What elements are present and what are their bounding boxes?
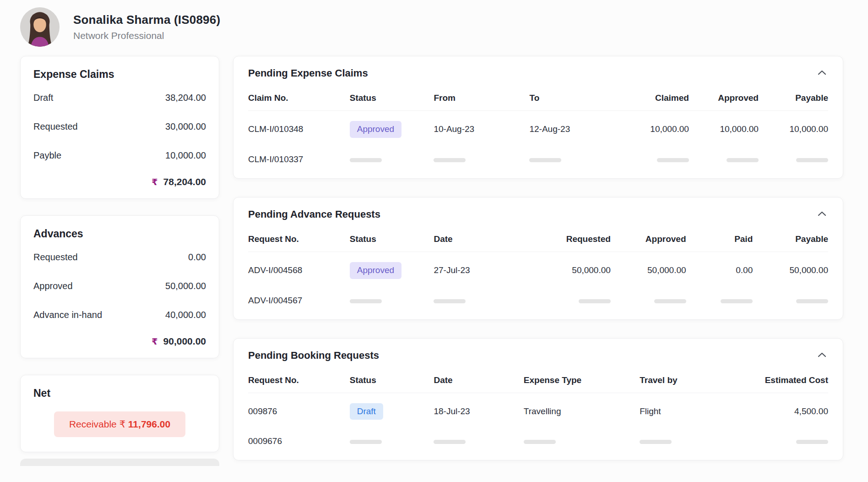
- payable-cell: 10,000.00: [759, 111, 828, 142]
- travel-by-cell: Flight: [640, 393, 735, 423]
- requested-cell: 50,000.00: [521, 252, 610, 282]
- row-value: 50,000.00: [165, 281, 206, 291]
- paid-cell: 0.00: [686, 252, 753, 282]
- column-header: Request No.: [248, 220, 350, 252]
- column-header: Approved: [611, 220, 686, 252]
- table-row[interactable]: CLM-I/010337: [248, 142, 828, 174]
- table-row[interactable]: ADV-I/004568 Approved 27-Jul-23 50,000.0…: [248, 252, 828, 282]
- paid-cell: [686, 283, 753, 315]
- status-cell: Approved: [350, 111, 434, 142]
- row-label: Advance in-hand: [33, 310, 102, 320]
- claim-no-cell[interactable]: CLM-I/010348: [248, 111, 350, 142]
- claimed-cell: [617, 142, 689, 174]
- row-value: 30,000.00: [165, 121, 206, 132]
- claim-no-cell[interactable]: CLM-I/010337: [248, 142, 350, 174]
- column-header: Payable: [759, 79, 828, 111]
- summary-row: Advance in-hand 40,000.00: [33, 310, 206, 320]
- summary-row: Requested 0.00: [33, 252, 206, 263]
- date-cell: [434, 423, 523, 455]
- profile-header: Sonalika Sharma (IS0896) Network Profess…: [20, 0, 843, 47]
- collapse-button[interactable]: [816, 67, 828, 78]
- column-header: Claim No.: [248, 79, 350, 111]
- date-cell: 18-Jul-23: [434, 393, 523, 423]
- pending-panels-column: Pending Expense Claims Claim No. Sta: [233, 56, 843, 479]
- column-header: Approved: [689, 79, 759, 111]
- card-title: Advances: [33, 228, 206, 240]
- panel-title: Pending Advance Requests: [248, 208, 380, 220]
- skeleton-placeholder: [529, 158, 561, 162]
- request-no-cell[interactable]: ADV-I/004568: [248, 252, 350, 282]
- panel-header: Pending Advance Requests: [248, 208, 828, 220]
- summary-row: Draft 38,204.00: [33, 93, 206, 103]
- booking-requests-table: Request No. Status Date Expense Type Tra…: [248, 362, 828, 456]
- table-row[interactable]: 009876 Draft 18-Jul-23 Travelling Flight…: [248, 393, 828, 423]
- status-cell: [350, 283, 434, 315]
- pending-advance-requests-panel: Pending Advance Requests Request No.: [233, 197, 843, 320]
- claimed-cell: 10,000.00: [617, 111, 689, 142]
- skeleton-placeholder: [727, 158, 759, 162]
- rupee-icon: ₹: [119, 419, 125, 429]
- skeleton-placeholder: [721, 299, 753, 303]
- rupee-icon: ₹: [152, 336, 157, 347]
- pending-expense-claims-panel: Pending Expense Claims Claim No. Sta: [233, 56, 843, 179]
- travel-by-cell: [640, 423, 735, 455]
- approved-cell: [689, 142, 759, 174]
- panel-title: Pending Booking Requests: [248, 350, 379, 362]
- column-header: Travel by: [640, 362, 735, 393]
- collapse-button[interactable]: [816, 350, 828, 360]
- skeleton-placeholder: [657, 158, 689, 162]
- table-row[interactable]: ADV-I/004567: [248, 283, 828, 315]
- approved-cell: [611, 283, 686, 315]
- payable-cell: 50,000.00: [753, 252, 828, 282]
- expense-claims-card: Expense Claims Draft 38,204.00 Requested…: [20, 56, 219, 199]
- status-badge: Approved: [350, 121, 401, 138]
- column-header: Request No.: [248, 362, 350, 393]
- column-header: Paid: [686, 220, 753, 252]
- approved-cell: 50,000.00: [611, 252, 686, 282]
- row-label: Requested: [33, 252, 78, 263]
- column-header: Expense Type: [524, 362, 640, 393]
- skeleton-placeholder: [350, 440, 382, 444]
- table-row[interactable]: 0009676: [248, 423, 828, 455]
- total-amount: 78,204.00: [163, 176, 206, 187]
- skeleton-placeholder: [434, 440, 466, 444]
- estimated-cost-cell: [735, 423, 828, 455]
- status-cell: [350, 423, 434, 455]
- skeleton-placeholder: [654, 299, 686, 303]
- to-cell: 12-Aug-23: [529, 111, 616, 142]
- request-no-cell[interactable]: ADV-I/004567: [248, 283, 350, 315]
- row-value: 10,000.00: [165, 150, 206, 161]
- card-title: Expense Claims: [33, 68, 206, 81]
- card-total: ₹ 78,204.00: [33, 176, 206, 187]
- from-cell: [434, 142, 529, 174]
- row-value: 38,204.00: [165, 93, 206, 103]
- receivable-badge: Receivable ₹ 11,796.00: [54, 411, 185, 437]
- request-no-cell[interactable]: 009876: [248, 393, 350, 423]
- table-row[interactable]: CLM-I/010348 Approved 10-Aug-23 12-Aug-2…: [248, 111, 828, 142]
- column-header: Status: [350, 362, 434, 393]
- status-cell: Draft: [350, 393, 434, 423]
- receivable-label: Receivable: [69, 419, 117, 429]
- receivable-amount: 11,796.00: [128, 419, 170, 429]
- card-title: Net: [33, 387, 206, 400]
- skeleton-placeholder: [796, 440, 828, 444]
- user-name: Sonalika Sharma (IS0896): [73, 13, 220, 27]
- net-card: Net Receivable ₹ 11,796.00: [20, 375, 219, 452]
- chevron-up-icon: [818, 211, 826, 216]
- column-header: Payable: [753, 220, 828, 252]
- panel-header: Pending Booking Requests: [248, 350, 828, 362]
- collapse-button[interactable]: [816, 208, 828, 219]
- user-role: Network Professional: [73, 30, 220, 41]
- panel-title: Pending Expense Claims: [248, 67, 368, 79]
- column-header: Estimated Cost: [735, 362, 828, 393]
- summary-column: Expense Claims Draft 38,204.00 Requested…: [20, 56, 219, 479]
- chevron-up-icon: [818, 70, 826, 75]
- summary-row: Approved 50,000.00: [33, 281, 206, 291]
- expense-type-cell: Travelling: [524, 393, 640, 423]
- request-no-cell[interactable]: 0009676: [248, 423, 350, 455]
- expense-claims-table: Claim No. Status From To Claimed Approve…: [248, 79, 828, 174]
- partially-visible-card: [20, 459, 219, 466]
- skeleton-placeholder: [640, 440, 672, 444]
- payable-cell: [753, 283, 828, 315]
- requested-cell: [521, 283, 610, 315]
